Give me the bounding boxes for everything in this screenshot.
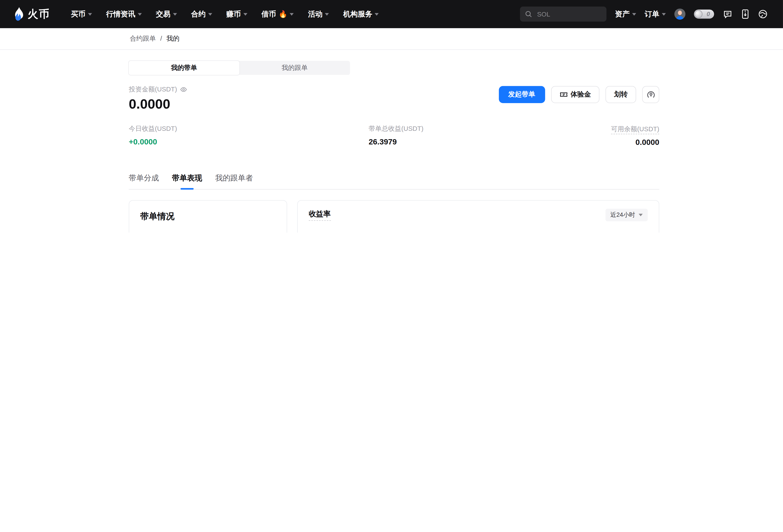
user-avatar[interactable] — [675, 8, 685, 20]
chevron-down-icon — [375, 13, 379, 15]
eye-icon[interactable] — [180, 86, 187, 93]
nav-item-trade[interactable]: 交易 — [156, 9, 177, 19]
nav-item-events[interactable]: 活动 — [308, 9, 329, 19]
chevron-down-icon — [173, 13, 177, 15]
flame-logo-icon — [13, 7, 24, 21]
tab-my-lead[interactable]: 我的带单 — [129, 61, 240, 75]
transfer-button[interactable]: 划转 — [605, 86, 636, 103]
action-buttons: 发起带单 体验金 划转 — [499, 86, 659, 103]
investment-block: 投资金额(USDT) 0.0000 — [129, 85, 187, 112]
chevron-down-icon — [88, 13, 92, 15]
globe-icon — [758, 9, 768, 19]
fire-icon: 🔥 — [279, 10, 287, 18]
logo-text: 火币 — [28, 7, 50, 21]
trial-fund-button[interactable]: 体验金 — [551, 86, 599, 103]
nav-item-borrow[interactable]: 借币🔥 — [261, 9, 294, 19]
nav-item-assets[interactable]: 资产 — [615, 9, 636, 19]
lead-status-card: 带单情况 带单总收益 +26.3979 跟单者总收益 +0.0000 总收益率0… — [129, 200, 287, 232]
tab-my-follow[interactable]: 我的跟单 — [240, 61, 350, 75]
nav-item-markets[interactable]: 行情资讯 — [106, 9, 142, 19]
card-title: 带单情况 — [140, 211, 276, 222]
tab-my-followers[interactable]: 我的跟单者 — [215, 174, 253, 189]
ticket-icon — [559, 91, 568, 99]
tab-profit-share[interactable]: 带单分成 — [129, 174, 159, 189]
huobi-logo[interactable]: 火币 — [13, 7, 50, 21]
today-pnl-value: +0.0000 — [129, 137, 177, 147]
overview-stats: 今日收益(USDT) +0.0000 带单总收益(USDT) 26.3979 可… — [129, 124, 659, 152]
search-icon — [525, 10, 532, 18]
page: 火币 买币 行情资讯 交易 合约 赚币 借币🔥 活动 机构服务 资产 订单 — [0, 0, 783, 232]
tab-lead-performance[interactable]: 带单表现 — [172, 174, 202, 189]
today-pnl: 今日收益(USDT) +0.0000 — [129, 124, 177, 147]
rewards-count: 0 — [702, 10, 714, 18]
breadcrumb-section[interactable]: 合约跟单 — [130, 35, 156, 42]
performance-tabs: 带单分成 带单表现 我的跟单者 — [129, 174, 659, 189]
available-balance-value: 0.0000 — [611, 138, 659, 147]
nav-item-futures[interactable]: 合约 — [191, 9, 212, 19]
nav-item-institutional[interactable]: 机构服务 — [343, 9, 379, 19]
lead-total-pnl: 带单总收益 +26.3979 — [140, 231, 176, 232]
chevron-down-icon — [290, 13, 294, 15]
search-box[interactable] — [520, 7, 606, 22]
start-lead-button[interactable]: 发起带单 — [499, 86, 545, 103]
active-tab-indicator — [181, 188, 193, 190]
chat-icon — [723, 9, 733, 19]
follower-total-pnl: 跟单者总收益 +0.0000 — [236, 231, 276, 232]
chevron-down-icon — [138, 13, 142, 15]
chevron-down-icon — [208, 13, 212, 15]
breadcrumb: 合约跟单 / 我的 — [130, 34, 179, 43]
roi-chart-title: 收益率 — [309, 209, 331, 221]
chevron-down-icon — [325, 13, 329, 15]
investment-label: 投资金额(USDT) — [129, 85, 177, 94]
chevron-down-icon — [662, 13, 666, 15]
language-selector[interactable] — [758, 9, 768, 19]
nav-item-earn[interactable]: 赚币 — [226, 9, 247, 19]
charts-card: 收益率 近24小时 100% 80% 60% 40% 20% 0% 16: — [297, 200, 659, 232]
breadcrumb-current: 我的 — [166, 35, 179, 42]
investment-value: 0.0000 — [129, 96, 187, 112]
total-lead-pnl-value: 26.3979 — [369, 137, 424, 147]
nav-menu: 买币 行情资讯 交易 合约 赚币 借币🔥 活动 机构服务 — [71, 9, 379, 19]
phone-download-icon — [741, 9, 749, 19]
search-input[interactable] — [536, 10, 601, 19]
settings-button[interactable] — [642, 86, 659, 103]
chevron-down-icon — [632, 13, 636, 15]
chevron-down-icon — [243, 13, 247, 15]
coin-icon — [694, 10, 702, 18]
lead-follow-switch: 我的带单 我的跟单 — [129, 61, 350, 75]
roi-range-dropdown[interactable]: 近24小时 — [605, 209, 648, 221]
support-chat-button[interactable] — [723, 9, 733, 19]
nav-item-buy-crypto[interactable]: 买币 — [71, 9, 92, 19]
settings-icon — [647, 90, 655, 99]
chevron-down-icon — [638, 214, 643, 216]
nav-item-orders[interactable]: 订单 — [645, 9, 666, 19]
available-balance: 可用余额(USDT) 0.0000 — [611, 124, 659, 147]
breadcrumb-bar: 合约跟单 / 我的 — [0, 28, 783, 50]
rewards-badge[interactable]: 0 — [694, 9, 714, 19]
total-lead-pnl: 带单总收益(USDT) 26.3979 — [369, 124, 424, 147]
app-download-button[interactable] — [741, 9, 749, 19]
top-nav: 火币 买币 行情资讯 交易 合约 赚币 借币🔥 活动 机构服务 资产 订单 — [0, 0, 783, 28]
breadcrumb-separator: / — [160, 35, 162, 42]
